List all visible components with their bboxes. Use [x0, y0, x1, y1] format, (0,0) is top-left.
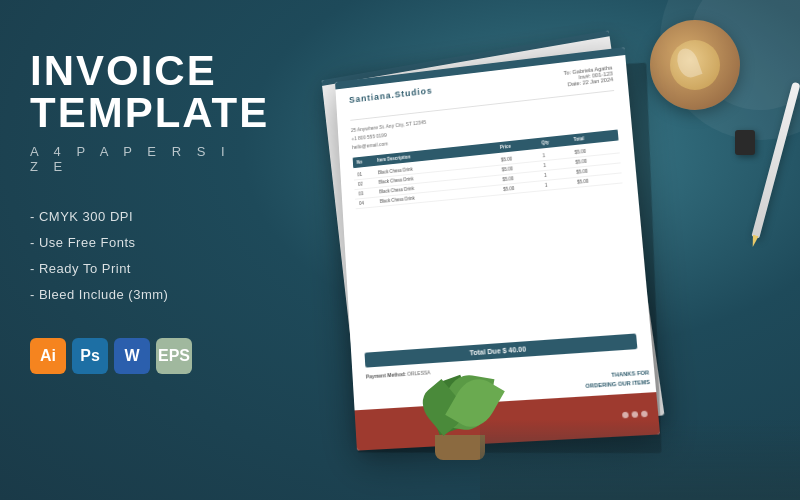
- title-template: TEMPLATE: [30, 92, 250, 134]
- feature-3: - Ready To Print: [30, 256, 250, 282]
- app-icons: Ai Ps W EPS: [30, 338, 250, 374]
- row4-no: 04: [359, 199, 378, 206]
- ai-icon: Ai: [30, 338, 66, 374]
- doc-logo: Santiana.Studios: [349, 86, 433, 105]
- doc-thank-you: THANKS FORORDERING OUR ITEMS: [584, 369, 650, 391]
- doc-to: To: Gabriela Agatha Inv#: 001-123 Date: …: [563, 64, 613, 87]
- word-icon: W: [114, 338, 150, 374]
- pencil: [751, 82, 800, 239]
- row2-no: 02: [358, 180, 377, 187]
- feature-4: - Bleed Include (3mm): [30, 282, 250, 308]
- dot-3: [641, 411, 648, 418]
- ps-icon: Ps: [72, 338, 108, 374]
- features-list: - CMYK 300 DPI - Use Free Fonts - Ready …: [30, 204, 250, 308]
- th-total: Total: [573, 133, 614, 142]
- dot-2: [631, 411, 638, 418]
- payment-label: Payment Method:: [366, 371, 406, 380]
- left-panel: INVOICE TEMPLATE A 4 P a p e r S i z e -…: [30, 50, 250, 374]
- row3-qty: 1: [544, 170, 575, 178]
- row4-total: $5.00: [577, 176, 618, 185]
- th-price: Price: [500, 141, 540, 150]
- right-panel: Santiana.Studios To: Gabriela Agatha Inv…: [240, 0, 800, 500]
- row2-qty: 1: [543, 160, 573, 168]
- coffee-circle: [650, 20, 740, 110]
- row3-no: 03: [358, 190, 377, 197]
- th-no: No: [357, 158, 376, 165]
- row1-qty: 1: [542, 150, 572, 158]
- subtitle: A 4 P a p e r S i z e: [30, 144, 250, 174]
- doc-footer-dots: [622, 411, 648, 419]
- dot-1: [622, 412, 629, 419]
- row1-no: 01: [357, 171, 376, 178]
- th-qty: Qty: [541, 137, 571, 145]
- binder-clip: [735, 130, 755, 155]
- coffee-latte: [670, 40, 720, 90]
- feature-1: - CMYK 300 DPI: [30, 204, 250, 230]
- row4-qty: 1: [545, 180, 576, 188]
- row4-price: $5.00: [503, 183, 543, 192]
- table-surface: [480, 420, 800, 500]
- title-invoice: INVOICE: [30, 50, 250, 92]
- eps-icon: EPS: [156, 338, 192, 374]
- feature-2: - Use Free Fonts: [30, 230, 250, 256]
- coffee-cup: [650, 20, 740, 110]
